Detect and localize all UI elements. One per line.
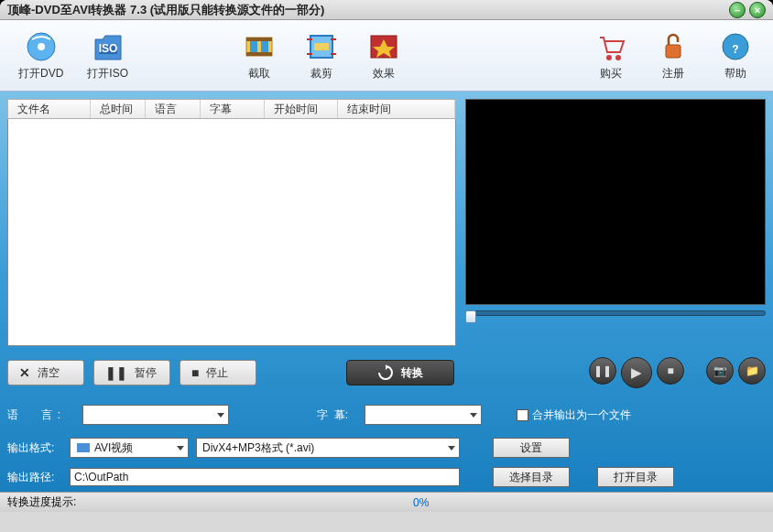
- media-stop-button[interactable]: ■: [657, 357, 684, 385]
- svg-rect-6: [246, 52, 272, 56]
- settings-button[interactable]: 设置: [493, 438, 570, 458]
- video-preview: [465, 99, 766, 305]
- play-icon: ▶: [631, 364, 642, 381]
- checkbox-icon: [517, 409, 528, 421]
- stop-icon: ■: [667, 364, 673, 377]
- media-play-button[interactable]: ▶: [621, 357, 652, 388]
- minimize-button[interactable]: –: [729, 2, 746, 18]
- subtitle-label: 字 幕:: [317, 407, 348, 423]
- open-iso-button[interactable]: ISO 打开ISO: [87, 29, 128, 81]
- crop-button[interactable]: 裁剪: [302, 29, 341, 81]
- svg-rect-8: [261, 41, 268, 52]
- open-folder-button[interactable]: 📁: [738, 357, 766, 385]
- format-label: 输出格式:: [7, 440, 62, 456]
- lock-icon: [656, 29, 691, 64]
- buy-button[interactable]: 购买: [592, 29, 630, 81]
- window-title: 顶峰-DVD至AVI转换器 7.3 (试用版只能转换源文件的一部分): [7, 2, 324, 18]
- chevron-down-icon: [470, 413, 477, 418]
- svg-rect-17: [77, 443, 90, 452]
- statusbar: 转换进度提示: 0%: [0, 492, 773, 512]
- file-list-panel: 文件名 总时间 语言 字幕 开始时间 结束时间: [7, 99, 456, 346]
- col-duration[interactable]: 总时间: [91, 100, 146, 118]
- chevron-down-icon: [177, 446, 184, 451]
- clear-button[interactable]: ✕清空: [7, 360, 84, 385]
- titlebar: 顶峰-DVD至AVI转换器 7.3 (试用版只能转换源文件的一部分) – ×: [0, 0, 773, 20]
- status-label: 转换进度提示:: [7, 494, 76, 510]
- camera-icon: 📷: [713, 364, 727, 377]
- effect-icon: [366, 29, 401, 64]
- media-pause-button[interactable]: ❚❚: [589, 357, 616, 385]
- language-combo[interactable]: [82, 405, 229, 425]
- svg-point-13: [615, 55, 621, 60]
- video-icon: [76, 441, 91, 454]
- merge-checkbox[interactable]: 合并输出为一个文件: [517, 407, 631, 423]
- col-filename[interactable]: 文件名: [8, 100, 91, 118]
- preview-panel: [465, 99, 766, 346]
- svg-rect-5: [246, 38, 272, 41]
- subtitle-combo[interactable]: [365, 405, 482, 425]
- col-end[interactable]: 结束时间: [338, 100, 455, 118]
- column-headers: 文件名 总时间 语言 字幕 开始时间 结束时间: [7, 99, 456, 119]
- stop-icon: ■: [191, 365, 199, 380]
- help-button[interactable]: ? 帮助: [716, 29, 755, 81]
- svg-point-1: [38, 43, 45, 50]
- iso-icon: ISO: [91, 29, 125, 64]
- convert-button[interactable]: 转换: [346, 360, 454, 385]
- svg-point-12: [606, 55, 612, 60]
- app-window: 顶峰-DVD至AVI转换器 7.3 (试用版只能转换源文件的一部分) – × 打…: [0, 0, 773, 532]
- svg-rect-10: [314, 43, 329, 50]
- progress-percent: 0%: [413, 496, 429, 509]
- format-category-combo[interactable]: AVI视频: [70, 438, 189, 458]
- chevron-down-icon: [217, 413, 224, 418]
- effect-button[interactable]: 效果: [365, 29, 403, 81]
- pause-icon: ❚❚: [593, 364, 612, 377]
- pause-button[interactable]: ❚❚暂停: [93, 360, 170, 385]
- browse-button[interactable]: 选择目录: [493, 467, 570, 487]
- svg-rect-14: [666, 45, 680, 58]
- output-path-input[interactable]: C:\OutPath: [70, 468, 460, 486]
- open-dvd-button[interactable]: 打开DVD: [18, 29, 63, 81]
- refresh-icon: [377, 364, 394, 381]
- playback-slider[interactable]: [465, 310, 766, 323]
- capture-button[interactable]: 截取: [240, 29, 278, 81]
- stop-button[interactable]: ■停止: [180, 360, 256, 385]
- path-label: 输出路径:: [7, 470, 62, 485]
- close-button[interactable]: ×: [749, 2, 766, 18]
- help-icon: ?: [718, 29, 753, 64]
- language-label: 语 言:: [7, 407, 66, 423]
- register-button[interactable]: 注册: [654, 29, 692, 81]
- folder-icon: 📁: [746, 364, 759, 377]
- filmstrip-icon: [242, 29, 277, 64]
- x-icon: ✕: [19, 365, 30, 380]
- crop-icon: [304, 29, 339, 64]
- file-list[interactable]: [7, 119, 456, 346]
- svg-text:ISO: ISO: [98, 42, 117, 55]
- col-subtitle[interactable]: 字幕: [201, 100, 265, 118]
- col-start[interactable]: 开始时间: [265, 100, 338, 118]
- col-language[interactable]: 语言: [146, 100, 201, 118]
- cart-icon: [593, 29, 628, 64]
- dvd-icon: [24, 29, 59, 64]
- pause-icon: ❚❚: [105, 365, 127, 380]
- open-dir-button[interactable]: 打开目录: [597, 467, 674, 487]
- svg-rect-7: [250, 41, 257, 52]
- chevron-down-icon: [448, 446, 455, 451]
- toolbar: 打开DVD ISO 打开ISO 截取 裁剪 效果: [0, 20, 773, 92]
- snapshot-button[interactable]: 📷: [706, 357, 734, 385]
- format-value-combo[interactable]: DivX4+MP3格式 (*.avi): [196, 438, 460, 458]
- svg-text:?: ?: [732, 43, 738, 56]
- slider-thumb-icon[interactable]: [465, 310, 476, 323]
